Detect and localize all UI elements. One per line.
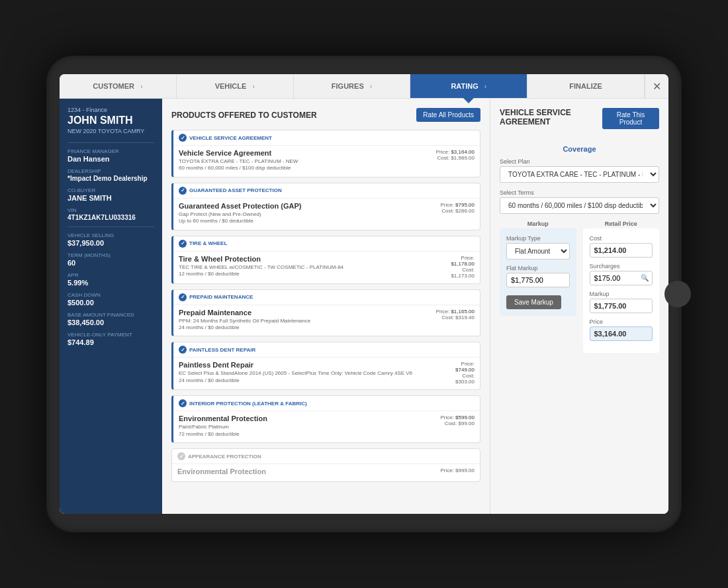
select-plan-label: Select Plan xyxy=(500,158,659,165)
check-icon: ✓ xyxy=(179,346,187,354)
check-icon: ✓ xyxy=(179,293,187,301)
customer-name: JOHN SMITH xyxy=(68,115,154,126)
markup-type-select[interactable]: Flat Amount xyxy=(506,243,570,260)
plan-select[interactable]: TOYOTA EXTRA CARE - TEC - PLATINUM - NEW xyxy=(500,166,659,183)
check-icon: ✓ xyxy=(179,240,187,248)
dealership-label: Dealership xyxy=(68,168,154,174)
terms-select[interactable]: 60 months / 60,000 miles / $100 disp ded… xyxy=(500,197,659,214)
product-vsa[interactable]: ✓ VEHICLE SERVICE AGREEMENT Vehicle Serv… xyxy=(171,130,480,177)
markup-column: Markup Markup Type Flat Amount Flat Mark… xyxy=(500,220,576,353)
product-tw-pricing: Price: $1,178.00 Cost: $1,173.00 xyxy=(451,255,475,279)
product-pm-body: Prepaid Maintenance PPM: 24 Months Full … xyxy=(173,305,480,336)
cost-value: $1,214.00 xyxy=(590,243,653,258)
coverage-subtitle: Coverage xyxy=(500,145,659,153)
tablet-screen: CUSTOMER › VEHICLE › FIGURES › RATING › … xyxy=(60,74,668,514)
close-button[interactable]: ✕ xyxy=(645,74,668,98)
vin-label: VIN xyxy=(68,207,154,213)
product-ap-body: Environmental Protection Price: $999.00 xyxy=(172,464,480,481)
apr-label: APR xyxy=(68,272,154,278)
vehicle-payment-value: $744.89 xyxy=(68,338,154,346)
chevron-right-icon: › xyxy=(370,83,372,90)
tab-customer[interactable]: CUSTOMER › xyxy=(60,74,177,98)
term-months-value: 60 xyxy=(68,259,154,267)
cash-down-label: Cash Down xyxy=(68,292,154,298)
markup-col-label: Markup xyxy=(500,220,576,227)
product-ep-body: Environmental Protection Paint/Fabric Pl… xyxy=(173,411,480,442)
cost-label: Cost xyxy=(590,235,653,242)
product-ep-header: ✓ INTERIOR PROTECTION (LEATHER & FABRIC) xyxy=(173,396,480,411)
product-ap-pricing: Price: $999.00 xyxy=(440,467,475,477)
vehicle-name: NEW 2020 TOYOTA CAMRY xyxy=(68,128,154,134)
product-pm-header: ✓ PREPAID MAINTENANCE xyxy=(173,290,480,305)
product-pm-pricing: Price: $1,165.00 Cost: $319.40 xyxy=(436,309,475,332)
vsa-panel-header: VEHICLE SERVICE AGREEMENT Rate This Prod… xyxy=(500,108,659,137)
product-ep-info: Environmental Protection Paint/Fabric Pl… xyxy=(179,415,267,438)
customer-sidebar: 1234 - Finance JOHN SMITH NEW 2020 TOYOT… xyxy=(60,99,162,514)
vehicle-selling-value: $37,950.00 xyxy=(68,239,154,247)
camera-button[interactable] xyxy=(664,281,691,307)
product-vsa-pricing: Price: $3,164.00 Cost: $1,989.00 xyxy=(436,149,475,172)
products-title: PRODUCTS OFFERED TO CUSTOMER xyxy=(171,111,317,120)
rate-this-button[interactable]: Rate This Product xyxy=(602,108,659,129)
flat-markup-input[interactable] xyxy=(506,273,570,287)
main-content: 1234 - Finance JOHN SMITH NEW 2020 TOYOT… xyxy=(60,99,668,514)
chevron-right-icon: › xyxy=(140,83,142,90)
check-icon: ✓ xyxy=(179,399,187,407)
finance-manager-label: Finance Manager xyxy=(68,148,154,154)
product-gap-info: Guaranteed Asset Protection (GAP) Gap Pr… xyxy=(179,202,301,225)
product-pdr-info: Paintless Dent Repair EC Select Plus & S… xyxy=(179,361,412,385)
product-pdr[interactable]: ✓ PAINTLESS DENT REPAIR Paintless Dent R… xyxy=(171,342,480,390)
product-vsa-body: Vehicle Service Agreement TOYOTA EXTRA C… xyxy=(173,145,480,177)
base-amount-label: Base Amount Financed xyxy=(68,312,154,318)
navigation-tabs: CUSTOMER › VEHICLE › FIGURES › RATING › … xyxy=(60,74,668,99)
vin-value: 4T1KZ1AK7LU033316 xyxy=(68,214,154,221)
product-gap-pricing: Price: $795.00 Cost: $286.00 xyxy=(440,202,475,225)
product-ep-pricing: Price: $599.00 Cost: $99.00 xyxy=(440,415,475,438)
chevron-right-icon: › xyxy=(252,83,254,90)
product-ap-info: Environmental Protection xyxy=(177,467,266,477)
tab-finalize[interactable]: FINALIZE xyxy=(527,74,645,98)
vsa-panel-title: VEHICLE SERVICE AGREEMENT xyxy=(500,108,602,126)
rate-all-button[interactable]: Rate All Products xyxy=(416,108,480,122)
markup-section: Markup Type Flat Amount Flat Markup Save… xyxy=(500,228,576,316)
cash-down-value: $500.00 xyxy=(68,299,154,307)
vehicle-selling-label: Vehicle Selling xyxy=(68,232,154,238)
finance-manager-value: Dan Hansen xyxy=(68,155,154,163)
check-icon: ✓ xyxy=(179,134,187,142)
product-ap-header: ✓ APPEARANCE PROTECTION xyxy=(172,449,480,464)
markup-value: $1,775.00 xyxy=(590,299,653,313)
tab-figures[interactable]: FIGURES › xyxy=(294,74,411,98)
products-panel: PRODUCTS OFFERED TO CUSTOMER Rate All Pr… xyxy=(162,99,490,514)
retail-column: Retail Price Cost $1,214.00 Surcharges 🔍… xyxy=(583,220,660,353)
dealership-value: *Impact Demo Dealership xyxy=(68,175,154,182)
products-header: PRODUCTS OFFERED TO CUSTOMER Rate All Pr… xyxy=(171,108,480,122)
price-value: $3,164.00 xyxy=(590,326,653,341)
product-vsa-info: Vehicle Service Agreement TOYOTA EXTRA C… xyxy=(179,149,298,172)
product-pm-info: Prepaid Maintenance PPM: 24 Months Full … xyxy=(179,309,310,332)
product-tw[interactable]: ✓ TIRE & WHEEL Tire & Wheel Protection T… xyxy=(171,236,480,284)
base-amount-value: $38,450.00 xyxy=(68,318,154,326)
check-icon-inactive: ✓ xyxy=(177,452,185,460)
product-tw-header: ✓ TIRE & WHEEL xyxy=(173,236,480,251)
tab-vehicle[interactable]: VEHICLE › xyxy=(177,74,294,98)
product-pdr-pricing: Price: $749.00 Cost: $303.00 xyxy=(455,361,475,385)
product-gap[interactable]: ✓ GUARANTEED ASSET PROTECTION Guaranteed… xyxy=(171,183,480,230)
apr-value: 5.99% xyxy=(68,279,154,287)
tab-rating[interactable]: RATING › xyxy=(410,74,527,98)
product-ap[interactable]: ✓ APPEARANCE PROTECTION Environmental Pr… xyxy=(171,448,480,482)
select-terms-label: Select Terms xyxy=(500,189,659,196)
vsa-detail-panel: VEHICLE SERVICE AGREEMENT Rate This Prod… xyxy=(490,99,668,514)
product-tw-body: Tire & Wheel Protection TEC TIRE & WHEEL… xyxy=(173,251,480,283)
retail-col-label: Retail Price xyxy=(583,220,660,227)
co-buyer-label: Co-Buyer xyxy=(68,187,154,193)
markup-value-label: Markup xyxy=(590,291,653,297)
check-icon: ✓ xyxy=(179,187,187,195)
retail-section: Cost $1,214.00 Surcharges 🔍 Markup $1,77… xyxy=(583,228,660,353)
product-pm[interactable]: ✓ PREPAID MAINTENANCE Prepaid Maintenanc… xyxy=(171,289,480,337)
price-label: Price xyxy=(590,318,653,325)
product-ep[interactable]: ✓ INTERIOR PROTECTION (LEATHER & FABRIC)… xyxy=(171,395,480,443)
chevron-right-icon: › xyxy=(484,83,486,90)
vehicle-payment-label: Vehicle-only Payment xyxy=(68,332,154,338)
save-markup-button[interactable]: Save Markup xyxy=(506,295,561,309)
deal-number: 1234 - Finance xyxy=(68,107,154,113)
